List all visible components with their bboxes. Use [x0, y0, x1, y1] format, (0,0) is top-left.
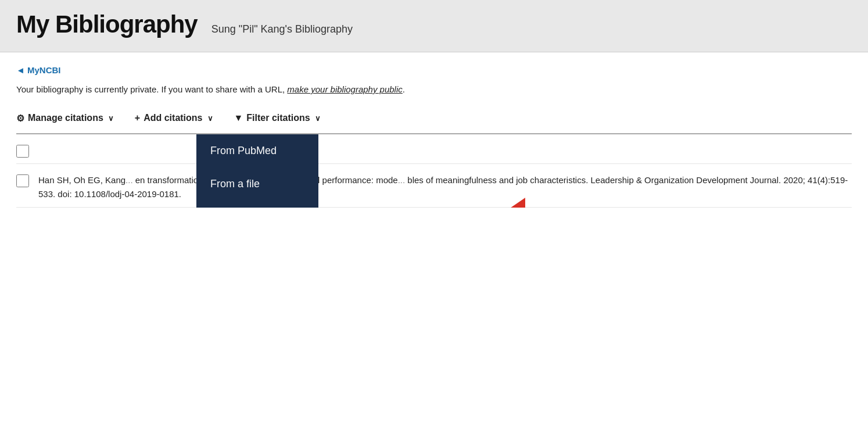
privacy-text-after: .	[403, 84, 405, 94]
privacy-notice: Your bibliography is currently private. …	[16, 83, 852, 97]
citations-list: Han SH, Oh EG, Kang... en transformation…	[16, 134, 852, 208]
filter-icon: ▼	[234, 113, 243, 123]
add-citations-button[interactable]: + Add citations ∨	[135, 109, 224, 127]
myncbi-link-label: ◄ MyNCBI	[16, 65, 61, 75]
myncbi-link[interactable]: ◄ MyNCBI	[16, 65, 61, 75]
privacy-text-before: Your bibliography is currently private. …	[16, 84, 287, 94]
plus-icon: +	[135, 113, 140, 123]
citation-text-2: Han SH, Oh EG, Kang... en transformation…	[38, 173, 852, 201]
add-chevron-icon: ∨	[207, 114, 213, 123]
manage-citations-button[interactable]: ⚙ Manage citations ∨	[16, 109, 124, 127]
gear-icon: ⚙	[16, 113, 24, 124]
table-row	[16, 134, 852, 164]
header-subtitle: Sung "Pil" Kang's Bibliography	[211, 23, 353, 35]
filter-citations-label: Filter citations	[246, 113, 310, 123]
manage-chevron-icon: ∨	[108, 114, 114, 123]
table-row: Han SH, Oh EG, Kang... en transformation…	[16, 164, 852, 208]
make-public-link-text: make your bibliography public	[287, 84, 402, 94]
main-content: ◄ MyNCBI Your bibliography is currently …	[0, 52, 868, 208]
filter-chevron-icon: ∨	[315, 114, 321, 123]
toolbar: ⚙ Manage citations ∨ + Add citations ∨ ▼…	[16, 109, 852, 134]
manage-citations-label: Manage citations	[28, 113, 103, 123]
add-citations-dropdown: From PubMed From a file Manually	[196, 134, 318, 208]
filter-citations-button[interactable]: ▼ Filter citations ∨	[234, 109, 331, 127]
dropdown-from-pubmed[interactable]: From PubMed	[196, 134, 318, 167]
add-citations-label: Add citations	[144, 113, 202, 123]
page-header: My Bibliography Sung "Pil" Kang's Biblio…	[0, 0, 868, 52]
page-title: My Bibliography	[16, 10, 198, 38]
citation-checkbox-2[interactable]	[16, 174, 29, 187]
citation-checkbox-1[interactable]	[16, 145, 29, 158]
dropdown-manually[interactable]: Manually	[196, 201, 318, 208]
dropdown-from-file[interactable]: From a file	[196, 167, 318, 201]
make-public-link[interactable]: make your bibliography public	[287, 84, 402, 94]
